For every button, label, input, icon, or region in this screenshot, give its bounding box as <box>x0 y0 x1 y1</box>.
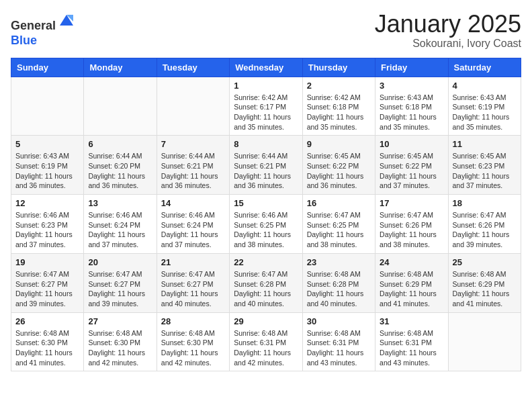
day-info: Sunrise: 6:42 AM Sunset: 6:18 PM Dayligh… <box>307 93 371 132</box>
day-number: 2 <box>307 81 371 91</box>
day-number: 22 <box>234 257 298 267</box>
day-number: 14 <box>161 198 225 208</box>
day-info: Sunrise: 6:43 AM Sunset: 6:19 PM Dayligh… <box>453 93 517 132</box>
day-info: Sunrise: 6:43 AM Sunset: 6:18 PM Dayligh… <box>380 93 443 132</box>
calendar-cell: 21Sunrise: 6:47 AM Sunset: 6:27 PM Dayli… <box>157 253 229 312</box>
day-number: 19 <box>15 257 79 267</box>
calendar-cell: 25Sunrise: 6:48 AM Sunset: 6:29 PM Dayli… <box>448 253 521 312</box>
day-number: 30 <box>307 316 371 326</box>
day-header-thursday: Thursday <box>302 58 375 77</box>
day-number: 6 <box>88 139 152 149</box>
calendar-cell: 22Sunrise: 6:47 AM Sunset: 6:28 PM Dayli… <box>230 253 302 312</box>
day-number: 28 <box>161 316 225 326</box>
day-info: Sunrise: 6:43 AM Sunset: 6:19 PM Dayligh… <box>15 151 79 191</box>
day-info: Sunrise: 6:48 AM Sunset: 6:29 PM Dayligh… <box>380 269 443 309</box>
calendar-cell: 4Sunrise: 6:43 AM Sunset: 6:19 PM Daylig… <box>448 77 521 136</box>
week-row-5: 26Sunrise: 6:48 AM Sunset: 6:30 PM Dayli… <box>11 312 521 371</box>
calendar-cell: 12Sunrise: 6:46 AM Sunset: 6:23 PM Dayli… <box>11 195 84 254</box>
calendar-cell: 16Sunrise: 6:47 AM Sunset: 6:25 PM Dayli… <box>302 195 375 254</box>
week-row-3: 12Sunrise: 6:46 AM Sunset: 6:23 PM Dayli… <box>11 195 521 254</box>
day-info: Sunrise: 6:47 AM Sunset: 6:26 PM Dayligh… <box>380 210 443 250</box>
calendar-cell: 10Sunrise: 6:45 AM Sunset: 6:22 PM Dayli… <box>375 136 448 195</box>
calendar-cell: 23Sunrise: 6:48 AM Sunset: 6:28 PM Dayli… <box>302 253 375 312</box>
week-row-2: 5Sunrise: 6:43 AM Sunset: 6:19 PM Daylig… <box>11 136 521 195</box>
day-info: Sunrise: 6:48 AM Sunset: 6:31 PM Dayligh… <box>380 328 443 368</box>
calendar-cell <box>157 77 229 136</box>
month-title: January 2025 <box>375 11 521 38</box>
calendar-cell: 14Sunrise: 6:46 AM Sunset: 6:24 PM Dayli… <box>157 195 229 254</box>
calendar-cell: 13Sunrise: 6:46 AM Sunset: 6:24 PM Dayli… <box>84 195 157 254</box>
calendar-cell: 20Sunrise: 6:47 AM Sunset: 6:27 PM Dayli… <box>84 253 157 312</box>
calendar-cell: 28Sunrise: 6:48 AM Sunset: 6:30 PM Dayli… <box>157 312 229 371</box>
title-block: January 2025 Sokourani, Ivory Coast <box>375 11 521 50</box>
day-header-wednesday: Wednesday <box>230 58 302 77</box>
day-number: 18 <box>453 198 517 208</box>
day-header-tuesday: Tuesday <box>157 58 229 77</box>
calendar-cell: 8Sunrise: 6:44 AM Sunset: 6:21 PM Daylig… <box>230 136 302 195</box>
calendar-cell: 18Sunrise: 6:47 AM Sunset: 6:26 PM Dayli… <box>448 195 521 254</box>
calendar-cell: 1Sunrise: 6:42 AM Sunset: 6:17 PM Daylig… <box>230 77 302 136</box>
logo-blue-text: Blue <box>11 34 37 47</box>
logo-general-text: General <box>11 19 56 32</box>
day-number: 26 <box>15 316 79 326</box>
day-info: Sunrise: 6:48 AM Sunset: 6:31 PM Dayligh… <box>234 328 298 368</box>
day-info: Sunrise: 6:48 AM Sunset: 6:30 PM Dayligh… <box>88 328 152 368</box>
day-info: Sunrise: 6:47 AM Sunset: 6:27 PM Dayligh… <box>88 269 152 309</box>
day-info: Sunrise: 6:46 AM Sunset: 6:24 PM Dayligh… <box>161 210 225 250</box>
day-info: Sunrise: 6:47 AM Sunset: 6:26 PM Dayligh… <box>453 210 517 250</box>
day-info: Sunrise: 6:48 AM Sunset: 6:30 PM Dayligh… <box>161 328 225 368</box>
calendar-cell: 2Sunrise: 6:42 AM Sunset: 6:18 PM Daylig… <box>302 77 375 136</box>
day-number: 11 <box>453 139 517 149</box>
day-info: Sunrise: 6:46 AM Sunset: 6:23 PM Dayligh… <box>15 210 79 250</box>
day-number: 25 <box>453 257 517 267</box>
calendar-cell: 5Sunrise: 6:43 AM Sunset: 6:19 PM Daylig… <box>11 136 84 195</box>
calendar-cell: 30Sunrise: 6:48 AM Sunset: 6:31 PM Dayli… <box>302 312 375 371</box>
calendar-cell: 19Sunrise: 6:47 AM Sunset: 6:27 PM Dayli… <box>11 253 84 312</box>
calendar-cell: 11Sunrise: 6:45 AM Sunset: 6:23 PM Dayli… <box>448 136 521 195</box>
week-row-4: 19Sunrise: 6:47 AM Sunset: 6:27 PM Dayli… <box>11 253 521 312</box>
page-header: General Blue January 2025 Sokourani, Ivo… <box>11 11 521 50</box>
day-number: 24 <box>380 257 443 267</box>
day-info: Sunrise: 6:46 AM Sunset: 6:24 PM Dayligh… <box>88 210 152 250</box>
day-info: Sunrise: 6:44 AM Sunset: 6:21 PM Dayligh… <box>161 151 225 191</box>
days-header-row: SundayMondayTuesdayWednesdayThursdayFrid… <box>11 58 521 77</box>
day-header-monday: Monday <box>84 58 157 77</box>
day-number: 16 <box>307 198 371 208</box>
logo: General Blue <box>11 11 76 48</box>
day-number: 5 <box>15 139 79 149</box>
calendar-cell: 9Sunrise: 6:45 AM Sunset: 6:22 PM Daylig… <box>302 136 375 195</box>
day-number: 13 <box>88 198 152 208</box>
day-info: Sunrise: 6:47 AM Sunset: 6:28 PM Dayligh… <box>234 269 298 309</box>
day-number: 8 <box>234 139 298 149</box>
day-info: Sunrise: 6:47 AM Sunset: 6:27 PM Dayligh… <box>15 269 79 309</box>
day-header-friday: Friday <box>375 58 448 77</box>
calendar-table: SundayMondayTuesdayWednesdayThursdayFrid… <box>11 58 521 372</box>
calendar-cell <box>11 77 84 136</box>
day-number: 12 <box>15 198 79 208</box>
calendar-cell: 15Sunrise: 6:46 AM Sunset: 6:25 PM Dayli… <box>230 195 302 254</box>
day-info: Sunrise: 6:45 AM Sunset: 6:23 PM Dayligh… <box>453 151 517 191</box>
day-number: 31 <box>380 316 443 326</box>
day-info: Sunrise: 6:47 AM Sunset: 6:27 PM Dayligh… <box>161 269 225 309</box>
calendar-cell: 24Sunrise: 6:48 AM Sunset: 6:29 PM Dayli… <box>375 253 448 312</box>
day-number: 10 <box>380 139 443 149</box>
day-info: Sunrise: 6:47 AM Sunset: 6:25 PM Dayligh… <box>307 210 371 250</box>
day-info: Sunrise: 6:44 AM Sunset: 6:21 PM Dayligh… <box>234 151 298 191</box>
day-number: 27 <box>88 316 152 326</box>
day-number: 20 <box>88 257 152 267</box>
day-info: Sunrise: 6:45 AM Sunset: 6:22 PM Dayligh… <box>380 151 443 191</box>
day-header-saturday: Saturday <box>448 58 521 77</box>
calendar-cell: 29Sunrise: 6:48 AM Sunset: 6:31 PM Dayli… <box>230 312 302 371</box>
day-number: 9 <box>307 139 371 149</box>
day-info: Sunrise: 6:42 AM Sunset: 6:17 PM Dayligh… <box>234 93 298 132</box>
day-number: 3 <box>380 81 443 91</box>
calendar-cell: 27Sunrise: 6:48 AM Sunset: 6:30 PM Dayli… <box>84 312 157 371</box>
calendar-cell: 31Sunrise: 6:48 AM Sunset: 6:31 PM Dayli… <box>375 312 448 371</box>
calendar-cell <box>84 77 157 136</box>
day-info: Sunrise: 6:48 AM Sunset: 6:28 PM Dayligh… <box>307 269 371 309</box>
day-info: Sunrise: 6:46 AM Sunset: 6:25 PM Dayligh… <box>234 210 298 250</box>
calendar-cell: 7Sunrise: 6:44 AM Sunset: 6:21 PM Daylig… <box>157 136 229 195</box>
day-info: Sunrise: 6:45 AM Sunset: 6:22 PM Dayligh… <box>307 151 371 191</box>
day-number: 17 <box>380 198 443 208</box>
day-number: 15 <box>234 198 298 208</box>
